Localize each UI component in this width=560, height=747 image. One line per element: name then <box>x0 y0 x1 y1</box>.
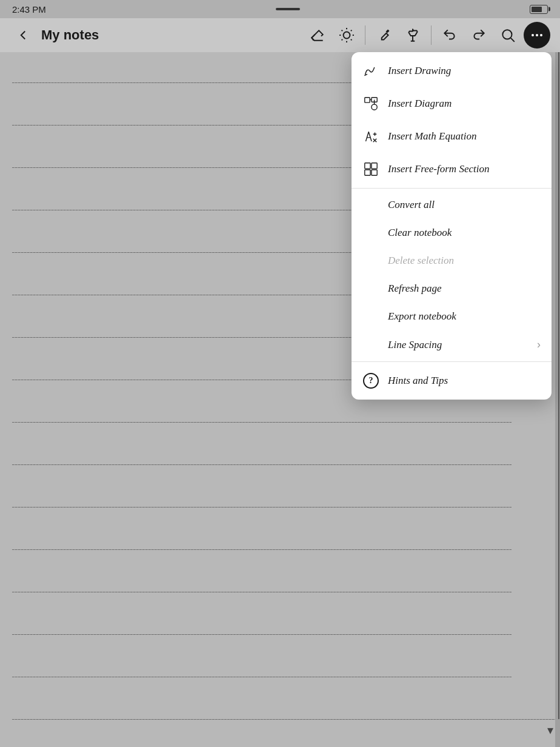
hints-tips-label: Hints and Tips <box>388 375 448 387</box>
drawing-icon <box>362 62 379 79</box>
math-icon <box>362 128 379 145</box>
menu-section-actions: Convert all Clear notebook Delete select… <box>352 189 552 362</box>
more-options-button[interactable] <box>524 22 550 49</box>
battery-indicator <box>530 5 548 14</box>
notebook-line <box>12 464 512 465</box>
notebook-line <box>12 507 512 507</box>
toolbar-divider <box>365 25 365 45</box>
scrollbar-thumb <box>558 52 559 719</box>
notebook-line <box>12 422 512 423</box>
refresh-page-label: Refresh page <box>388 283 442 295</box>
svg-point-11 <box>502 30 512 39</box>
more-dot-1 <box>532 34 534 36</box>
convert-all-label: Convert all <box>388 199 435 211</box>
menu-item-insert-math[interactable]: Insert Math Equation <box>352 120 552 153</box>
svg-point-0 <box>344 32 350 39</box>
freeform-icon <box>362 161 379 178</box>
chevron-right-icon: › <box>537 338 541 351</box>
undo-button[interactable] <box>436 22 463 49</box>
back-button[interactable] <box>10 22 36 49</box>
status-bar: 2:43 PM <box>0 0 560 18</box>
menu-item-insert-diagram[interactable]: Insert Diagram <box>352 87 552 120</box>
battery-icon <box>530 5 548 14</box>
svg-point-14 <box>372 104 377 110</box>
menu-item-clear-notebook[interactable]: Clear notebook <box>352 219 552 247</box>
svg-rect-13 <box>365 98 370 102</box>
diagram-icon <box>362 95 379 112</box>
line-spacing-label: Line Spacing <box>388 339 442 351</box>
search-button[interactable] <box>495 22 521 49</box>
svg-rect-19 <box>372 163 377 169</box>
highlighter-icon <box>405 27 421 43</box>
insert-diagram-label: Insert Diagram <box>388 98 452 110</box>
notebook-line <box>12 592 512 592</box>
more-dot-2 <box>536 34 538 36</box>
menu-section-hints: ? Hints and Tips <box>352 362 552 400</box>
menu-item-line-spacing[interactable]: Line Spacing › <box>352 330 552 359</box>
highlighter-button[interactable] <box>399 22 426 49</box>
chevron-down-icon: ▾ <box>547 723 553 737</box>
battery-fill <box>532 7 542 12</box>
status-time: 2:43 PM <box>12 4 46 15</box>
brightness-button[interactable] <box>333 22 360 49</box>
eraser-icon <box>310 27 325 43</box>
insert-drawing-label: Insert Drawing <box>388 65 451 77</box>
svg-rect-20 <box>365 170 370 175</box>
toolbar: My notes <box>0 18 560 52</box>
toolbar-left: My notes <box>10 22 299 49</box>
menu-item-hints-tips[interactable]: ? Hints and Tips <box>352 364 552 397</box>
search-icon <box>500 27 516 43</box>
scrollbar[interactable] <box>555 52 560 747</box>
context-menu: Insert Drawing Insert Diagram <box>352 52 552 400</box>
notebook-line <box>12 677 512 677</box>
svg-line-8 <box>351 30 352 32</box>
eraser-button[interactable] <box>304 22 331 49</box>
svg-line-12 <box>511 38 515 42</box>
svg-line-4 <box>351 39 352 41</box>
pen-icon <box>376 27 392 43</box>
pen-button[interactable] <box>370 22 397 49</box>
page-title: My notes <box>41 27 99 43</box>
menu-item-convert-all[interactable]: Convert all <box>352 191 552 219</box>
menu-item-insert-freeform[interactable]: Insert Free-form Section <box>352 153 552 186</box>
notebook-line <box>12 719 560 720</box>
brightness-icon <box>339 27 355 43</box>
menu-item-export-notebook[interactable]: Export notebook <box>352 303 552 330</box>
more-dot-3 <box>540 34 542 36</box>
svg-line-3 <box>342 30 343 32</box>
toolbar-right <box>304 22 550 49</box>
svg-rect-21 <box>372 170 377 175</box>
menu-section-insert: Insert Drawing Insert Diagram <box>352 52 552 189</box>
toolbar-divider-2 <box>431 25 432 45</box>
question-icon: ? <box>362 372 379 389</box>
notebook-line <box>12 549 512 550</box>
insert-math-label: Insert Math Equation <box>388 130 476 142</box>
menu-item-insert-drawing[interactable]: Insert Drawing <box>352 55 552 87</box>
status-notch <box>276 8 300 10</box>
insert-freeform-label: Insert Free-form Section <box>388 163 489 175</box>
delete-selection-label: Delete selection <box>388 255 454 267</box>
notebook-line <box>12 634 512 635</box>
menu-item-refresh-page[interactable]: Refresh page <box>352 275 552 303</box>
undo-icon <box>442 27 458 43</box>
scroll-down-arrow[interactable]: ▾ <box>543 723 558 737</box>
export-notebook-label: Export notebook <box>388 310 456 323</box>
menu-item-delete-selection[interactable]: Delete selection <box>352 247 552 275</box>
redo-icon <box>471 27 487 43</box>
redo-button[interactable] <box>465 22 492 49</box>
back-arrow-icon <box>15 27 31 43</box>
clear-notebook-label: Clear notebook <box>388 227 452 239</box>
svg-rect-18 <box>365 163 370 169</box>
svg-line-7 <box>342 39 343 41</box>
